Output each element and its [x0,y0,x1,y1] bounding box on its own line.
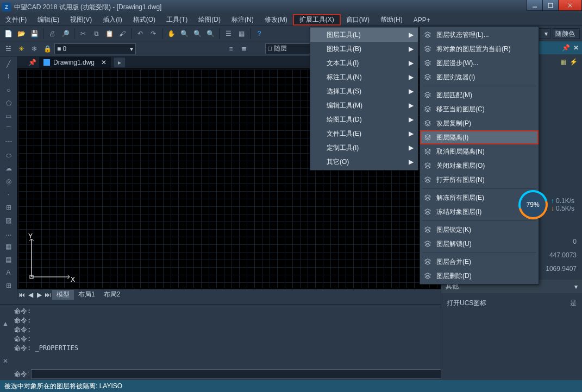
layer-manager-icon[interactable]: ☱ [2,43,14,55]
layer-submenu-item[interactable]: 打开所有图层(N) [420,173,539,187]
prop-ucs-value[interactable]: 是 [570,299,577,308]
cut-icon[interactable]: ✂ [77,28,89,40]
layer-submenu-item[interactable]: 将对象的图层置为当前(R) [420,42,539,56]
polyline-icon[interactable]: ⌇ [3,72,14,83]
grid-tool-icon[interactable]: ⊞ [3,280,14,291]
new-tab-button[interactable]: ▸ [114,58,125,67]
layer-submenu-item[interactable]: 图层浏览器(I) [420,70,539,84]
layer-submenu-item[interactable]: 图层锁定(K) [420,223,539,237]
maximize-button[interactable] [542,0,559,11]
layer-submenu-item[interactable]: 图层漫步(W)... [420,56,539,70]
layer-freeze-icon[interactable]: ❄ [28,43,40,55]
quick-select-icon[interactable]: ▦ [560,58,566,66]
tab-pin-icon[interactable]: 📌 [28,59,39,66]
layout-tab-2[interactable]: 布局2 [99,290,125,300]
preview-icon[interactable]: 🔎 [59,28,71,40]
new-icon[interactable]: 📄 [2,28,14,40]
menu-app[interactable]: APP+ [408,14,436,26]
hatch-icon[interactable]: ▨ [3,215,14,226]
submenu-item[interactable]: 文本工具(I)▶ [310,56,418,70]
prop-height-value[interactable]: 447.0073 [549,251,577,261]
line-icon[interactable]: ╱ [3,59,14,69]
polygon-icon[interactable]: ⬠ [3,98,14,109]
layer-state-icon[interactable]: ☀ [15,43,27,55]
region-icon[interactable]: ▦ [3,241,14,252]
layer-lock-icon[interactable]: 🔒 [41,43,53,55]
submenu-item[interactable]: 绘图工具(D)▶ [310,112,418,127]
tab-first-icon[interactable]: ⏮ [17,290,26,299]
layer-submenu-item[interactable]: 移至当前图层(C) [420,102,539,116]
tab-last-icon[interactable]: ⏭ [43,290,52,299]
menu-insert[interactable]: 插入(I) [97,14,127,26]
pan-icon[interactable]: ✋ [165,28,177,40]
menu-view[interactable]: 视图(V) [65,14,97,26]
layer-submenu-item[interactable]: 图层匹配(M) [420,88,539,102]
lineweight-icon[interactable]: ≣ [238,43,250,55]
open-icon[interactable]: 📂 [15,28,27,40]
mtext-icon[interactable]: A [3,267,14,278]
select-objects-icon[interactable]: ⚡ [570,58,578,66]
layer-submenu-item[interactable]: 改层复制(P) [420,116,539,130]
menu-edit[interactable]: 编辑(E) [32,14,65,26]
copy-icon[interactable]: ⧉ [90,28,102,40]
match-icon[interactable]: 🖌 [116,28,128,40]
zoom-realtime-icon[interactable]: 🔍 [178,28,190,40]
layer-submenu-item[interactable]: 取消图层隔离(N) [420,144,539,159]
minimize-button[interactable] [527,0,543,11]
close-button[interactable] [558,0,582,11]
menu-window[interactable]: 窗口(W) [341,14,375,26]
menu-format[interactable]: 格式(O) [128,14,161,26]
tab-next-icon[interactable]: ▶ [35,290,43,299]
prop-width-value[interactable]: 1069.9407 [546,265,577,274]
pin-icon[interactable]: 📌 [562,44,570,52]
prop-center-z-value[interactable]: 0 [573,238,577,247]
layer-submenu-item[interactable]: 图层合并(E) [420,255,539,269]
layout-tab-1[interactable]: 布局1 [74,290,99,300]
layer-selector[interactable]: ■ 0▾ [54,43,136,54]
bycolor-combo[interactable]: 随颜色 [553,28,580,39]
properties-icon[interactable]: ☰ [222,28,234,40]
layer-submenu-item[interactable]: 图层隔离(I) [420,130,539,144]
menu-dimension[interactable]: 标注(N) [226,14,259,26]
submenu-item[interactable]: 定制工具(I)▶ [310,141,418,155]
paste-icon[interactable]: 📋 [103,28,115,40]
circle-icon[interactable]: ○ [3,85,14,96]
print-icon[interactable]: 🖨 [46,28,58,40]
spline-icon[interactable]: 〰 [3,137,14,148]
submenu-item[interactable]: 选择工具(S)▶ [310,84,418,98]
help-icon[interactable]: ? [253,28,265,40]
tab-prev-icon[interactable]: ◀ [26,290,35,299]
menu-modify[interactable]: 修改(M) [259,14,293,26]
submenu-item[interactable]: 文件工具(E)▶ [310,127,418,141]
linetype-icon[interactable]: ≡ [225,43,237,55]
layer-submenu-item[interactable]: 图层解锁(U) [420,237,539,251]
submenu-item[interactable]: 编辑工具(M)▶ [310,98,418,112]
command-handle[interactable]: ▲✕ [0,305,11,380]
undo-icon[interactable]: ↶ [134,28,146,40]
block-icon[interactable]: ⊞ [3,202,14,213]
layer-submenu-item[interactable]: 图层状态管理(L)... [420,28,539,42]
menu-tools[interactable]: 工具(T) [161,14,193,26]
zoom-window-icon[interactable]: 🔍 [191,28,203,40]
document-tab[interactable]: Drawing1.dwg ✕ [39,57,111,68]
layer-submenu-item[interactable]: 关闭对象图层(O) [420,159,539,173]
tab-close-icon[interactable]: ✕ [101,59,107,66]
designcenter-icon[interactable]: ▦ [235,28,247,40]
donut-icon[interactable]: ◎ [3,176,14,187]
submenu-item[interactable]: 其它(O)▶ [310,155,418,169]
text-icon[interactable]: … [3,228,14,239]
panel-close-icon[interactable]: ✕ [573,44,579,52]
menu-file[interactable]: 文件(F) [0,14,32,26]
zoom-prev-icon[interactable]: 🔍 [204,28,216,40]
submenu-item[interactable]: 标注工具(N)▶ [310,70,418,84]
ellipse-icon[interactable]: ⬭ [3,150,14,161]
arc-icon[interactable]: ⌒ [3,124,14,135]
revcloud-icon[interactable]: ☁ [3,163,14,174]
rectangle-icon[interactable]: ▭ [3,111,14,122]
layer-submenu-item[interactable]: 图层删除(D) [420,269,539,283]
submenu-item[interactable]: 图块工具(B)▶ [310,42,418,56]
table-icon[interactable]: ▤ [3,254,14,265]
menu-express-tools[interactable]: 扩展工具(X) [293,14,341,26]
save-icon[interactable]: 💾 [28,28,40,40]
point-icon[interactable]: · [3,189,14,200]
